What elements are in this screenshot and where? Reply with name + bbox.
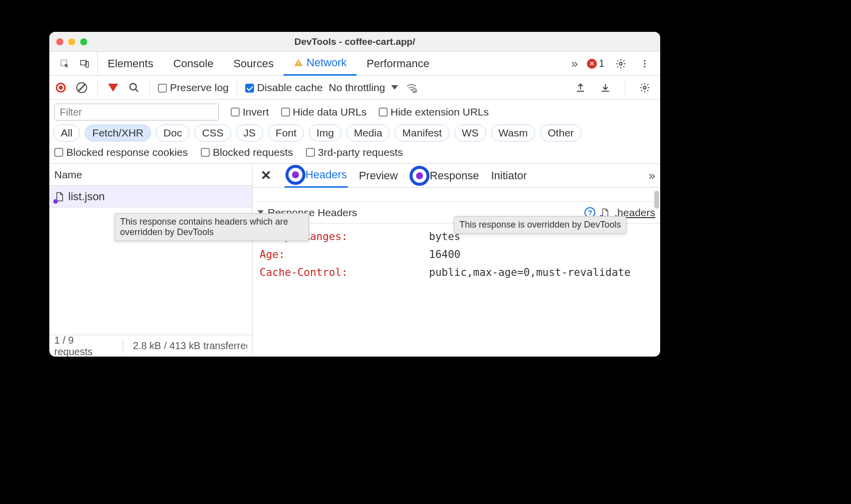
invert-toggle[interactable]: Invert <box>231 106 269 118</box>
pill-other[interactable]: Other <box>540 125 581 141</box>
resource-type-filters: All Fetch/XHR Doc CSS JS Font Img Media … <box>49 123 660 145</box>
devtools-window: DevTools - coffee-cart.app/ Elements Con… <box>49 32 660 357</box>
request-list-pane: Name list.json 1 / 9 requests 2.8 kB / 4… <box>49 164 253 357</box>
svg-rect-3 <box>298 62 299 64</box>
pill-doc[interactable]: Doc <box>156 125 189 141</box>
filter-toggle-icon[interactable] <box>106 80 121 95</box>
pill-ws[interactable]: WS <box>454 125 486 141</box>
network-conditions-icon[interactable] <box>404 80 419 95</box>
error-icon <box>587 59 597 69</box>
request-detail-pane: ✕ Headers Preview Response Initiator » R… <box>253 164 660 357</box>
pill-js[interactable]: JS <box>236 125 264 141</box>
header-row: Age: 16400 <box>260 246 656 263</box>
throttling-select[interactable]: No throttling <box>329 82 398 94</box>
status-requests: 1 / 9 requests <box>54 335 113 357</box>
titlebar: DevTools - coffee-cart.app/ <box>49 32 660 52</box>
override-indicator-icon <box>292 171 299 178</box>
tab-performance[interactable]: Performance <box>357 52 439 76</box>
pill-wasm[interactable]: Wasm <box>491 125 536 141</box>
annotation-circle <box>410 166 429 186</box>
tab-elements[interactable]: Elements <box>98 52 163 76</box>
header-key: Cache-Control: <box>260 263 429 281</box>
blocked-cookies-toggle[interactable]: Blocked response cookies <box>54 146 188 158</box>
tab-headers[interactable]: Headers <box>284 164 348 188</box>
svg-point-9 <box>130 83 137 90</box>
header-value: public,max-age=0,must-revalidate <box>429 263 631 281</box>
svg-line-10 <box>136 89 139 92</box>
tab-sources[interactable]: Sources <box>223 52 284 76</box>
file-icon <box>54 191 64 203</box>
close-window-button[interactable] <box>56 38 63 45</box>
svg-point-7 <box>644 63 645 64</box>
warning-icon <box>293 58 303 68</box>
status-transferred: 2.8 kB / 413 kB transferred <box>133 340 247 352</box>
pill-font[interactable]: Font <box>268 125 304 141</box>
header-value: 16400 <box>429 246 460 263</box>
upload-har-icon[interactable] <box>573 80 588 95</box>
tab-response[interactable]: Response <box>409 164 480 188</box>
column-header-name[interactable]: Name <box>49 164 252 186</box>
svg-rect-4 <box>298 64 299 65</box>
hide-data-urls-toggle[interactable]: Hide data URLs <box>281 106 367 118</box>
network-toolbar: Preserve log Disable cache No throttling <box>49 76 660 100</box>
request-name: list.json <box>68 190 105 203</box>
close-detail-button[interactable]: ✕ <box>258 168 275 183</box>
device-toolbar-icon[interactable] <box>77 56 92 71</box>
more-tabs-icon[interactable]: » <box>571 57 578 71</box>
preserve-log-checkbox[interactable] <box>158 84 167 93</box>
disable-cache-toggle[interactable]: Disable cache <box>245 82 323 94</box>
tooltip-headers-overridden: This response contains headers which are… <box>115 213 309 241</box>
third-party-toggle[interactable]: 3rd-party requests <box>306 146 403 158</box>
network-settings-icon[interactable] <box>637 80 652 95</box>
annotation-circle <box>285 165 305 185</box>
more-detail-tabs-icon[interactable]: » <box>649 169 655 183</box>
header-row: Cache-Control: public,max-age=0,must-rev… <box>260 263 656 281</box>
network-main: Name list.json 1 / 9 requests 2.8 kB / 4… <box>49 164 660 357</box>
settings-icon[interactable] <box>613 56 628 71</box>
svg-point-6 <box>644 60 645 61</box>
pill-all[interactable]: All <box>53 125 80 141</box>
tab-console[interactable]: Console <box>163 52 224 76</box>
pill-fetch-xhr[interactable]: Fetch/XHR <box>85 125 151 141</box>
inspect-element-icon[interactable] <box>57 56 72 71</box>
tab-network-label: Network <box>306 56 347 69</box>
tooltip-response-overridden: This response is overridden by DevTools <box>454 216 626 234</box>
pill-img[interactable]: Img <box>309 125 341 141</box>
scrollbar-thumb[interactable] <box>654 191 659 209</box>
svg-point-5 <box>619 62 622 65</box>
tab-preview[interactable]: Preview <box>358 164 399 188</box>
traffic-lights[interactable] <box>56 38 87 45</box>
error-count-value: 1 <box>599 58 604 69</box>
blocked-requests-toggle[interactable]: Blocked requests <box>201 146 293 158</box>
request-row[interactable]: list.json <box>49 186 252 208</box>
error-count[interactable]: 1 <box>587 58 604 69</box>
chevron-down-icon <box>391 85 398 90</box>
svg-point-8 <box>644 66 645 67</box>
maximize-window-button[interactable] <box>80 38 87 45</box>
extra-filters: Blocked response cookies Blocked request… <box>49 145 660 164</box>
svg-point-12 <box>643 86 646 89</box>
tab-network[interactable]: Network <box>284 52 357 76</box>
clear-button[interactable] <box>74 80 89 95</box>
devtools-panel-tabs: Elements Console Sources Network Perform… <box>49 52 660 76</box>
preserve-log-toggle[interactable]: Preserve log <box>158 82 229 94</box>
window-title: DevTools - coffee-cart.app/ <box>49 36 660 47</box>
filter-input[interactable] <box>54 104 219 121</box>
disable-cache-checkbox[interactable] <box>245 84 254 93</box>
status-bar: 1 / 9 requests 2.8 kB / 413 kB transferr… <box>49 335 252 357</box>
hide-extension-urls-toggle[interactable]: Hide extension URLs <box>379 106 489 118</box>
override-indicator-icon <box>416 172 423 179</box>
general-section-collapsed <box>253 188 660 202</box>
tab-initiator[interactable]: Initiator <box>490 164 528 188</box>
header-key: Age: <box>260 246 429 263</box>
record-button[interactable] <box>53 80 68 95</box>
pill-manifest[interactable]: Manifest <box>395 125 449 141</box>
search-icon[interactable] <box>127 80 142 95</box>
kebab-menu-icon[interactable] <box>637 56 652 71</box>
minimize-window-button[interactable] <box>68 38 75 45</box>
pill-css[interactable]: CSS <box>194 125 231 141</box>
download-har-icon[interactable] <box>598 80 613 95</box>
pill-media[interactable]: Media <box>346 125 390 141</box>
filter-bar: Invert Hide data URLs Hide extension URL… <box>49 100 660 123</box>
detail-tabs: ✕ Headers Preview Response Initiator » <box>253 164 660 188</box>
